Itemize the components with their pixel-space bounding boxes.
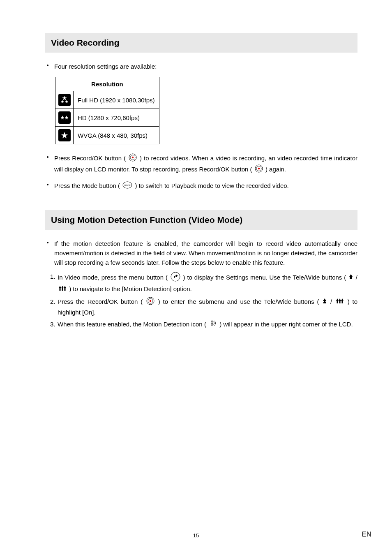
bullet-text: Four resolution settings are available: — [54, 62, 157, 71]
record-ok-button-icon — [129, 153, 137, 164]
svg-marker-3 — [60, 116, 65, 119]
svg-marker-1 — [61, 100, 64, 103]
svg-point-11 — [258, 167, 260, 169]
text-frag: / — [356, 274, 357, 281]
svg-marker-24 — [339, 298, 341, 303]
record-ok-button-icon — [255, 164, 263, 175]
one-star-icon — [58, 129, 71, 141]
svg-marker-0 — [62, 96, 67, 100]
text-frag: ) to switch to Playback mode to view the… — [135, 182, 288, 189]
page-footer: 15 EN — [0, 532, 392, 539]
wide-trees-icon — [336, 297, 344, 307]
list-item: 2. Press the Record/OK button ( ) to ent… — [50, 297, 357, 317]
bullet-text: Press Record/OK button ( ) to record vid… — [54, 153, 357, 175]
tele-tree-icon — [349, 273, 353, 282]
section-title-video: Video Recording — [51, 38, 352, 48]
svg-point-8 — [132, 157, 134, 158]
text-frag: ) will appear in the upper right corner … — [219, 321, 353, 328]
text-frag: ) to enter the submenu and use the Tele/… — [158, 298, 322, 305]
step-number: 1. — [50, 272, 58, 281]
tele-tree-icon — [323, 297, 327, 307]
svg-point-26 — [211, 321, 213, 322]
text-frag: / — [330, 298, 335, 305]
text-frag: Press Record/OK button ( — [54, 155, 128, 162]
bullet-item: Four resolution settings are available: — [47, 62, 357, 71]
svg-marker-22 — [323, 298, 326, 303]
text-frag: ) to display the Settings menu. Use the … — [183, 274, 348, 281]
text-frag: When this feature enabled, the Motion De… — [58, 321, 208, 328]
bullet-item: Press the Mode button ( MODE ) to switch… — [47, 181, 357, 191]
resolution-icon-cell — [55, 127, 74, 144]
resolution-label: Full HD (1920 x 1080,30fps) — [74, 91, 159, 109]
resolution-icon-cell — [55, 91, 74, 109]
step-text: When this feature enabled, the Motion De… — [58, 319, 357, 330]
text-frag: ) again. — [265, 166, 286, 173]
bullet-dot-icon — [47, 242, 48, 243]
language-indicator: EN — [362, 530, 371, 539]
section-title-motion: Using Motion Detection Function (Video M… — [51, 215, 352, 225]
section-header-motion: Using Motion Detection Function (Video M… — [45, 210, 357, 230]
list-item: 1. In Video mode, press the menu button … — [50, 272, 357, 294]
three-star-icon — [58, 94, 71, 106]
step-number: 3. — [50, 319, 58, 329]
step-number: 2. — [50, 297, 58, 306]
record-ok-button-icon — [146, 297, 154, 308]
svg-marker-23 — [336, 298, 339, 303]
bullet-text: Press the Mode button ( MODE ) to switch… — [54, 181, 289, 191]
text-frag: Press the Mode button ( — [54, 182, 122, 189]
resolution-table: Resolution Full HD (1920 x 1080,30fps) H… — [55, 77, 159, 144]
bullet-text: If the motion detection feature is enabl… — [54, 239, 357, 268]
step-text: In Video mode, press the menu button ( )… — [58, 272, 357, 294]
wide-trees-icon — [58, 284, 67, 294]
table-row: Full HD (1920 x 1080,30fps) — [55, 91, 159, 109]
svg-marker-17 — [61, 286, 64, 291]
two-star-icon — [58, 111, 71, 124]
step-text: Press the Record/OK button ( ) to enter … — [58, 297, 357, 317]
page-number: 15 — [0, 532, 392, 539]
bullet-dot-icon — [47, 156, 48, 158]
text-frag: Press the Record/OK button ( — [58, 298, 145, 305]
bullet-item: Press Record/OK button ( ) to record vid… — [47, 153, 357, 175]
resolution-icon-cell — [55, 109, 74, 127]
svg-marker-16 — [59, 286, 61, 291]
resolution-label: WVGA (848 x 480, 30fps) — [74, 127, 159, 144]
svg-marker-4 — [65, 116, 69, 119]
svg-marker-18 — [64, 286, 66, 291]
text-frag: In Video mode, press the menu button ( — [58, 274, 170, 281]
bullet-dot-icon — [47, 184, 48, 185]
svg-point-14 — [171, 272, 180, 281]
svg-point-21 — [150, 300, 151, 301]
svg-marker-25 — [341, 298, 344, 303]
motion-detection-icon — [209, 320, 217, 330]
table-row: HD (1280 x 720,60fps) — [55, 109, 159, 127]
text-frag: ) to navigate to the [Motion Detection] … — [69, 285, 192, 292]
section-header-video: Video Recording — [45, 33, 357, 53]
menu-button-icon — [171, 272, 180, 284]
svg-marker-5 — [61, 132, 68, 139]
svg-marker-15 — [349, 274, 353, 279]
resolution-header: Resolution — [55, 77, 159, 91]
svg-text:MODE: MODE — [125, 184, 131, 186]
mode-button-icon: MODE — [122, 181, 132, 191]
bullet-dot-icon — [47, 65, 48, 66]
bullet-item: If the motion detection feature is enabl… — [47, 239, 357, 268]
table-row: WVGA (848 x 480, 30fps) — [55, 127, 159, 144]
resolution-label: HD (1280 x 720,60fps) — [74, 109, 159, 127]
svg-marker-2 — [65, 100, 68, 103]
list-item: 3. When this feature enabled, the Motion… — [50, 319, 357, 330]
